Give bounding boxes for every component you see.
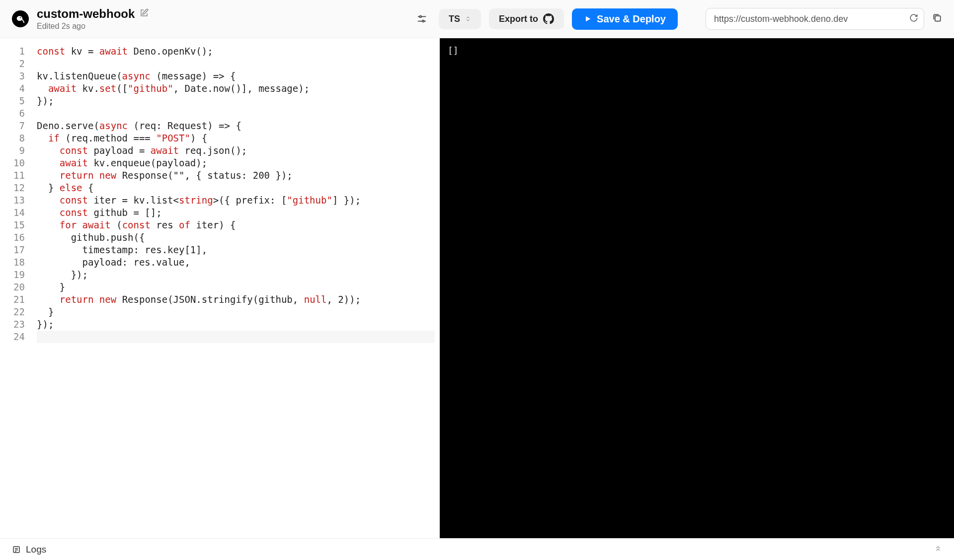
line-number: 5 (0, 95, 25, 107)
line-number: 23 (0, 318, 25, 331)
code-line[interactable]: Deno.serve(async (req: Request) => { (37, 120, 435, 132)
language-label: TS (449, 14, 460, 24)
code-line[interactable] (37, 331, 435, 343)
line-number: 6 (0, 107, 25, 120)
last-edited: Edited 2s ago (37, 22, 149, 31)
svg-point-6 (422, 20, 424, 22)
play-icon (584, 15, 592, 23)
line-number: 7 (0, 120, 25, 132)
deno-logo (12, 10, 29, 27)
line-number: 18 (0, 256, 25, 269)
save-deploy-button[interactable]: Save & Deploy (572, 8, 678, 30)
header: custom-webhook Edited 2s ago TS Export t… (0, 0, 954, 38)
code-line[interactable]: payload: res.value, (37, 256, 435, 269)
line-number: 24 (0, 331, 25, 343)
code-area[interactable]: const kv = await Deno.openKv();kv.listen… (30, 38, 440, 538)
svg-point-4 (419, 16, 421, 18)
code-line[interactable]: }); (37, 269, 435, 281)
code-line[interactable]: }); (37, 95, 435, 107)
code-line[interactable]: const payload = await req.json(); (37, 144, 435, 157)
edit-title-icon[interactable] (140, 8, 149, 19)
open-new-window-icon[interactable] (932, 13, 942, 25)
export-label: Export to (499, 14, 538, 24)
code-line[interactable]: github.push({ (37, 231, 435, 244)
github-icon (543, 13, 554, 24)
line-number: 4 (0, 82, 25, 95)
code-line[interactable]: kv.listenQueue(async (message) => { (37, 70, 435, 82)
line-gutter: 123456789101112131415161718192021222324 (0, 38, 30, 538)
code-line[interactable]: } (37, 306, 435, 318)
code-line[interactable]: await kv.enqueue(payload); (37, 157, 435, 169)
svg-point-1 (17, 16, 22, 21)
line-number: 13 (0, 194, 25, 207)
line-number: 19 (0, 269, 25, 281)
logs-icon (12, 545, 21, 554)
refresh-icon[interactable] (909, 13, 918, 24)
line-number: 3 (0, 70, 25, 82)
svg-point-2 (20, 17, 21, 18)
settings-button[interactable] (413, 10, 431, 28)
line-number: 1 (0, 45, 25, 58)
deno-icon (14, 12, 27, 25)
code-line[interactable]: } (37, 281, 435, 293)
line-number: 16 (0, 231, 25, 244)
line-number: 10 (0, 157, 25, 169)
deploy-label: Save & Deploy (597, 13, 666, 25)
logs-button[interactable]: Logs (12, 544, 46, 555)
expand-logs-icon[interactable] (934, 545, 942, 555)
project-title: custom-webhook (37, 7, 135, 21)
export-button[interactable]: Export to (489, 8, 564, 29)
main: 123456789101112131415161718192021222324 … (0, 38, 954, 538)
code-line[interactable]: const kv = await Deno.openKv(); (37, 45, 435, 58)
code-line[interactable]: for await (const res of iter) { (37, 219, 435, 231)
title-block: custom-webhook Edited 2s ago (37, 7, 149, 31)
url-group (706, 8, 942, 30)
code-editor[interactable]: 123456789101112131415161718192021222324 … (0, 38, 440, 538)
line-number: 22 (0, 306, 25, 318)
preview-pane: [] (440, 38, 954, 538)
code-line[interactable]: return new Response("", { status: 200 })… (37, 169, 435, 182)
line-number: 12 (0, 182, 25, 194)
line-number: 15 (0, 219, 25, 231)
code-line[interactable]: const github = []; (37, 207, 435, 219)
code-line[interactable]: timestamp: res.key[1], (37, 244, 435, 256)
code-line[interactable]: }); (37, 318, 435, 331)
code-line[interactable]: return new Response(JSON.stringify(githu… (37, 293, 435, 306)
code-line[interactable]: if (req.method === "POST") { (37, 132, 435, 144)
line-number: 14 (0, 207, 25, 219)
code-line[interactable] (37, 107, 435, 120)
code-line[interactable]: const iter = kv.list<string>({ prefix: [… (37, 194, 435, 207)
svg-marker-7 (586, 16, 590, 22)
line-number: 9 (0, 144, 25, 157)
preview-output: [] (448, 45, 459, 56)
code-line[interactable] (37, 58, 435, 70)
preview-url-input[interactable] (706, 8, 924, 30)
language-selector[interactable]: TS (439, 9, 481, 29)
line-number: 17 (0, 244, 25, 256)
line-number: 2 (0, 58, 25, 70)
line-number: 20 (0, 281, 25, 293)
svg-rect-8 (935, 16, 941, 21)
footer: Logs (0, 538, 954, 560)
line-number: 8 (0, 132, 25, 144)
code-line[interactable]: await kv.set(["github", Date.now()], mes… (37, 82, 435, 95)
line-number: 21 (0, 293, 25, 306)
chevron-updown-icon (465, 16, 471, 22)
logs-label: Logs (26, 544, 46, 555)
code-line[interactable]: } else { (37, 182, 435, 194)
line-number: 11 (0, 169, 25, 182)
